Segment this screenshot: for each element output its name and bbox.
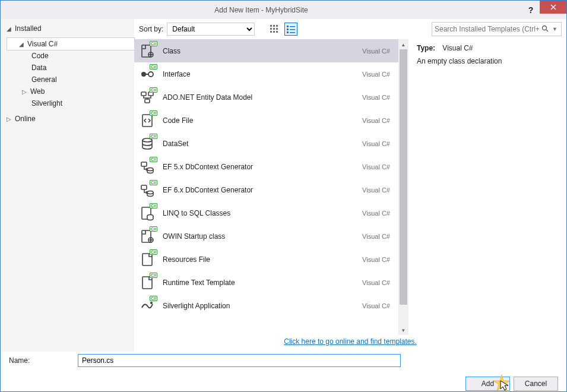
template-language: Visual C#	[362, 94, 390, 101]
expander-icon: ◢	[7, 26, 12, 32]
cursor-highlight-icon	[493, 375, 510, 391]
tree-node-code[interactable]: Code	[22, 50, 134, 62]
add-button[interactable]: Add	[465, 377, 510, 391]
name-label: Name:	[9, 356, 78, 365]
tree-node-data[interactable]: Data	[22, 62, 134, 74]
csharp-badge-icon: C#	[150, 157, 157, 162]
svg-rect-8	[276, 31, 278, 33]
grid-small-icon	[270, 25, 278, 33]
template-item[interactable]: C# DataSet Visual C#	[134, 132, 398, 155]
template-item[interactable]: C# OWIN Startup class Visual C#	[134, 225, 398, 248]
template-icon: C#	[138, 134, 157, 153]
svg-rect-29	[141, 162, 147, 166]
template-description: An empty class declaration	[417, 57, 558, 65]
name-input[interactable]	[78, 354, 401, 367]
list-icon	[287, 25, 295, 33]
template-item[interactable]: C# EF 5.x DbContext Generator Visual C#	[134, 155, 398, 178]
template-item[interactable]: C# Silverlight Application Visual C#	[134, 294, 398, 317]
csharp-badge-icon: C#	[150, 134, 157, 139]
search-dropdown-icon[interactable]: ▼	[551, 26, 559, 32]
svg-rect-7	[273, 31, 275, 33]
svg-rect-0	[270, 25, 272, 27]
sort-by-select[interactable]: Default	[167, 23, 255, 36]
template-icon: C#	[138, 111, 157, 130]
template-language: Visual C#	[362, 140, 390, 147]
csharp-badge-icon: C#	[150, 273, 157, 278]
tree-node-installed[interactable]: ◢ Installed	[1, 23, 134, 34]
tree-node-web[interactable]: ▷Web	[22, 86, 134, 97]
tree-node-general[interactable]: General	[22, 74, 134, 86]
template-item[interactable]: C# Code File Visual C#	[134, 109, 398, 132]
svg-rect-13	[287, 31, 289, 33]
expander-icon: ◢	[19, 41, 25, 48]
svg-rect-35	[142, 230, 151, 242]
template-item[interactable]: C# Class Visual C#	[134, 39, 398, 62]
type-label: Type:	[417, 44, 441, 52]
template-icon: C#	[138, 88, 157, 107]
toolbar: Sort by: Default ▼	[134, 19, 566, 39]
template-icon: C#	[138, 296, 157, 315]
csharp-badge-icon: C#	[150, 296, 157, 301]
template-icon: C#	[138, 157, 157, 176]
online-templates-link[interactable]: Click here to go online and find templat…	[284, 337, 416, 346]
template-language: Visual C#	[362, 117, 390, 124]
template-item[interactable]: C# ADO.NET Entity Data Model Visual C#	[134, 86, 398, 109]
close-button[interactable]	[540, 1, 566, 14]
template-name: EF 6.x DbContext Generator	[163, 186, 362, 194]
template-item[interactable]: C# EF 6.x DbContext Generator Visual C#	[134, 178, 398, 201]
svg-rect-1	[273, 25, 275, 27]
svg-point-30	[147, 167, 153, 170]
template-icon: C#	[138, 42, 157, 61]
tree-node-silverlight[interactable]: Silverlight	[22, 97, 134, 109]
scrollbar[interactable]: ▴ ▾	[398, 39, 408, 335]
template-name: Code File	[163, 116, 362, 125]
expander-icon: ▷	[22, 88, 28, 95]
template-icon: C#	[138, 250, 157, 269]
template-icon: C#	[138, 227, 157, 246]
template-item[interactable]: C# Interface Visual C#	[134, 62, 398, 86]
scroll-thumb[interactable]	[400, 49, 407, 305]
search-icon[interactable]	[539, 25, 551, 34]
scroll-up-icon[interactable]: ▴	[398, 39, 408, 49]
search-input[interactable]	[435, 25, 539, 33]
template-language: Visual C#	[362, 302, 390, 309]
csharp-badge-icon: C#	[150, 87, 157, 93]
svg-rect-10	[290, 26, 295, 27]
svg-rect-39	[142, 254, 152, 265]
search-box[interactable]: ▼	[432, 22, 562, 36]
view-small-icons-button[interactable]	[268, 23, 281, 36]
csharp-badge-icon: C#	[150, 249, 157, 255]
view-list-button[interactable]	[284, 23, 297, 36]
tree-node-visual-csharp[interactable]: ◢ Visual C#	[7, 37, 135, 50]
svg-point-21	[141, 72, 146, 77]
csharp-badge-icon: C#	[150, 64, 157, 69]
dialog-footer: Name: Add Cancel	[1, 352, 566, 392]
svg-rect-40	[142, 277, 152, 289]
template-icon: C#	[138, 65, 157, 84]
tree-node-online[interactable]: ▷ Online	[1, 113, 134, 125]
template-name: DataSet	[163, 140, 362, 148]
csharp-badge-icon: C#	[150, 41, 157, 46]
help-button[interactable]: ?	[522, 4, 540, 17]
svg-rect-11	[287, 29, 289, 30]
scroll-down-icon[interactable]: ▾	[398, 325, 408, 335]
svg-rect-12	[290, 29, 295, 30]
svg-rect-5	[276, 28, 278, 30]
template-item[interactable]: C# Runtime Text Template Visual C#	[134, 271, 398, 294]
template-name: ADO.NET Entity Data Model	[163, 93, 362, 102]
template-item[interactable]: C# Resources File Visual C#	[134, 248, 398, 271]
csharp-badge-icon: C#	[150, 226, 157, 232]
title-bar: Add New Item - MyHybridSite ?	[1, 1, 566, 19]
template-item[interactable]: C# LINQ to SQL Classes Visual C#	[134, 201, 398, 225]
details-panel: Type: Visual C# An empty class declarati…	[408, 39, 566, 335]
window-title: Add New Item - MyHybridSite	[1, 6, 522, 14]
template-name: LINQ to SQL Classes	[163, 209, 362, 217]
template-list: C# Class Visual C# C# Interface Visual C…	[134, 39, 398, 335]
cancel-button[interactable]: Cancel	[514, 377, 558, 391]
svg-point-22	[148, 72, 153, 77]
template-name: Resources File	[163, 255, 362, 264]
template-name: Runtime Text Template	[163, 279, 362, 287]
template-name: EF 5.x DbContext Generator	[163, 163, 362, 171]
csharp-badge-icon: C#	[150, 110, 157, 116]
svg-rect-9	[287, 26, 289, 27]
